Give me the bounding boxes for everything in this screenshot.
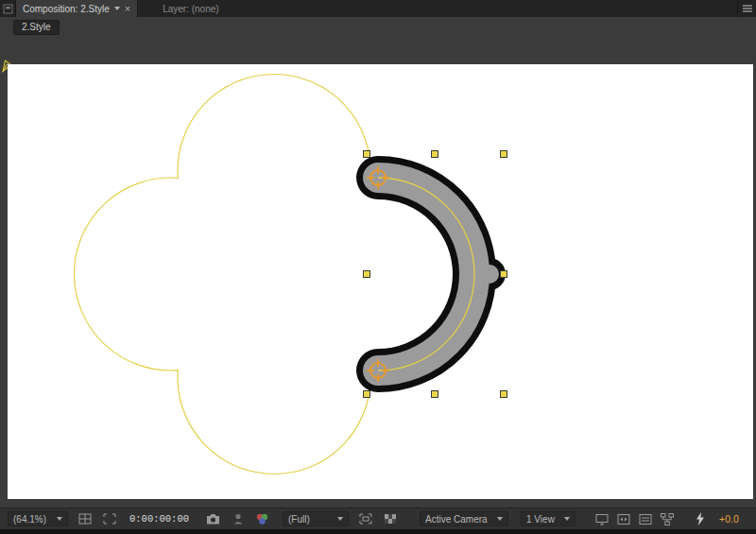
panel-tab-bar: Composition: 2.Style × Layer: (none) [0, 0, 756, 17]
exposure-value[interactable]: +0.0 [719, 513, 739, 525]
comp-flowchart-icon[interactable] [659, 511, 675, 527]
transparency-grid-icon[interactable] [382, 511, 398, 527]
share-view-options-icon[interactable] [593, 511, 610, 527]
pixel-aspect-correction-icon[interactable] [615, 511, 631, 527]
chevron-down-icon [337, 517, 343, 521]
selection-handle[interactable] [501, 151, 507, 158]
crescent-shape-fill[interactable] [378, 178, 474, 370]
tab-layer-label: Layer: (none) [163, 4, 218, 14]
show-channel-icon[interactable] [254, 511, 270, 527]
selection-handle[interactable] [432, 151, 438, 158]
show-last-snapshot-icon[interactable] [230, 511, 246, 527]
chevron-down-icon [564, 517, 570, 521]
view-layout-value: 1 View [526, 514, 555, 525]
tab-composition[interactable]: Composition: 2.Style × [15, 0, 138, 17]
selection-handle[interactable] [432, 391, 438, 398]
selection-handle[interactable] [364, 271, 370, 278]
chevron-down-icon [57, 517, 62, 521]
bottom-edge-strip [0, 529, 756, 534]
region-of-interest-toggle-icon[interactable] [357, 511, 373, 527]
fast-previews-icon[interactable] [691, 511, 707, 527]
close-icon[interactable]: × [125, 4, 130, 13]
active-camera-value: Active Camera [425, 514, 488, 525]
composition-panel-toolbar: (64.1%) 0:00:00:00 (Full) [0, 508, 756, 529]
panel-grip-icon[interactable] [0, 0, 15, 17]
region-of-interest-icon[interactable] [101, 511, 117, 527]
magnification-value: (64.1%) [13, 514, 46, 525]
selection-handle[interactable] [501, 391, 507, 398]
after-effects-composition-panel: Composition: 2.Style × Layer: (none) 2.S… [0, 0, 756, 534]
composition-navigator-bar: 2.Style [0, 17, 756, 38]
selection-handle[interactable] [364, 151, 370, 158]
current-time-indicator[interactable]: 0:00:00:00 [129, 513, 189, 525]
crescent-vertex-bump-fill [480, 265, 499, 284]
active-camera-dropdown[interactable]: Active Camera [420, 511, 508, 526]
selection-handle[interactable] [364, 391, 370, 398]
magnification-dropdown[interactable]: (64.1%) [8, 511, 68, 526]
resolution-dropdown[interactable]: (Full) [283, 511, 349, 526]
composition-navigator-chip[interactable]: 2.Style [13, 20, 60, 35]
tab-composition-label: Composition: 2.Style [23, 4, 110, 14]
view-layout-dropdown[interactable]: 1 View [521, 511, 576, 526]
composition-canvas[interactable] [8, 64, 753, 499]
chevron-down-icon [497, 517, 503, 521]
tab-layer[interactable]: Layer: (none) [147, 0, 233, 17]
timeline-button-icon[interactable] [637, 511, 653, 527]
quatrefoil-path-outline[interactable] [74, 74, 473, 474]
panel-menu-icon[interactable] [737, 0, 756, 17]
selection-handle[interactable] [501, 271, 507, 278]
view-option-buttons [593, 511, 675, 527]
take-snapshot-icon[interactable] [205, 511, 221, 527]
grid-and-guides-options-icon[interactable] [77, 511, 93, 527]
resolution-value: (Full) [288, 514, 310, 525]
chevron-down-icon[interactable] [114, 7, 120, 10]
canvas-artwork [8, 64, 753, 499]
viewport-area [0, 38, 756, 508]
